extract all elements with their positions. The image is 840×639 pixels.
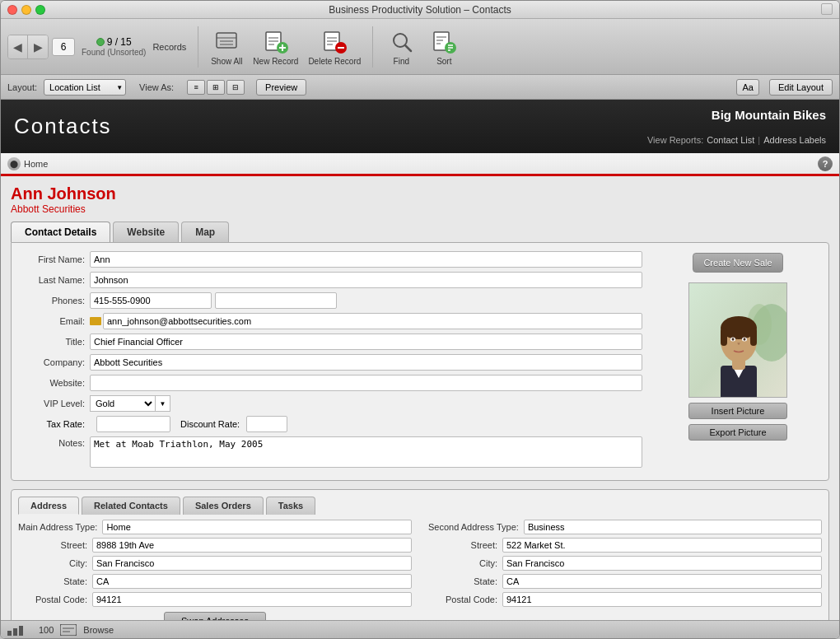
close-button[interactable] — [7, 5, 17, 15]
help-icon[interactable]: ? — [818, 156, 833, 171]
forward-button[interactable]: ▶ — [28, 35, 48, 58]
svg-rect-44 — [60, 624, 77, 636]
second-street-row: Street: — [428, 538, 822, 553]
tax-rate-input[interactable] — [96, 416, 170, 432]
main-city-input[interactable] — [92, 556, 412, 571]
sort-group[interactable]: Sort — [427, 27, 460, 66]
aa-button[interactable]: Aa — [736, 79, 758, 96]
record-area: Ann Johnson Abbott Securities Contact De… — [1, 176, 839, 620]
edit-layout-button[interactable]: Edit Layout — [769, 79, 833, 96]
address-section: Address Related Contacts Sales Orders Ta… — [11, 489, 829, 620]
home-icon: ⬤ — [7, 157, 21, 170]
vip-dropdown-btn[interactable]: ▼ — [156, 395, 170, 412]
phone-ext-input[interactable] — [215, 292, 337, 309]
main-city-label: City: — [18, 558, 92, 568]
main-type-input[interactable] — [102, 520, 412, 534]
tab-website[interactable]: Website — [113, 222, 179, 242]
title-input[interactable] — [90, 333, 642, 350]
layout-select[interactable]: Location List — [44, 79, 126, 96]
swap-addresses-button[interactable]: Swap Addresses — [164, 612, 266, 620]
email-input[interactable] — [103, 313, 642, 329]
first-name-input[interactable] — [90, 251, 642, 268]
new-record-group[interactable]: New Record — [253, 27, 298, 66]
tab-related-contacts[interactable]: Related Contacts — [82, 497, 180, 515]
main-postal-row: Postal Code: — [18, 592, 412, 607]
notes-textarea[interactable]: Met at Moab Triathlon, May 2005 — [90, 436, 642, 468]
first-name-row: First Name: — [20, 251, 642, 268]
new-record-icon — [259, 27, 292, 57]
record-number[interactable]: 6 — [52, 38, 75, 56]
find-label: Find — [394, 57, 409, 66]
records-label: Records — [152, 42, 186, 52]
second-type-input[interactable] — [524, 520, 822, 534]
home-label: Home — [24, 159, 48, 169]
address-labels-link[interactable]: Address Labels — [763, 135, 826, 145]
main-street-input[interactable] — [92, 538, 412, 553]
tab-contact-details[interactable]: Contact Details — [11, 222, 110, 242]
contact-tabs: Contact Details Website Map — [11, 222, 829, 242]
window-title: Business Productivity Solution – Contact… — [329, 4, 511, 16]
main-content: Contacts Big Mountain Bikes View Reports… — [1, 100, 839, 638]
second-city-input[interactable] — [502, 556, 822, 571]
view-form-button[interactable]: ≡ — [187, 80, 205, 95]
view-icons: ≡ ⊞ ⊟ — [187, 80, 245, 95]
svg-rect-41 — [7, 631, 12, 636]
main-street-label: Street: — [18, 540, 92, 550]
preview-button[interactable]: Preview — [256, 79, 306, 96]
minimize-button[interactable] — [21, 5, 31, 15]
main-address-col: Main Address Type: Street: City: St — [18, 520, 412, 620]
main-street-row: Street: — [18, 538, 412, 553]
vip-label: VIP Level: — [20, 399, 90, 408]
insert-picture-button[interactable]: Insert Picture — [688, 403, 787, 419]
svg-rect-0 — [217, 33, 236, 48]
second-street-input[interactable] — [502, 538, 822, 553]
email-icon[interactable] — [90, 317, 101, 325]
new-record-label: New Record — [253, 57, 298, 66]
last-name-row: Last Name: — [20, 272, 642, 288]
svg-rect-36 — [750, 328, 757, 346]
website-input[interactable] — [90, 375, 642, 391]
window-resize-icon[interactable] — [821, 3, 833, 15]
view-table-button[interactable]: ⊟ — [226, 80, 245, 95]
app-title: Contacts — [14, 114, 112, 139]
browse-mode: Browse — [83, 625, 114, 635]
company-input[interactable] — [90, 354, 642, 371]
delete-record-group[interactable]: Delete Record — [308, 27, 361, 66]
second-type-label: Second Address Type: — [428, 522, 524, 532]
phones-input[interactable] — [90, 292, 212, 309]
second-state-label: State: — [428, 576, 502, 586]
contact-name-section: Ann Johnson Abbott Securities — [11, 184, 829, 215]
second-postal-input[interactable] — [502, 592, 822, 607]
find-group[interactable]: Find — [385, 27, 418, 66]
tab-address[interactable]: Address — [18, 497, 79, 515]
contact-list-link[interactable]: Contact List — [707, 135, 754, 145]
main-postal-input[interactable] — [92, 592, 412, 607]
website-label: Website: — [20, 378, 90, 388]
export-picture-button[interactable]: Export Picture — [688, 424, 787, 441]
view-list-button[interactable]: ⊞ — [207, 80, 225, 95]
maximize-button[interactable] — [35, 5, 45, 15]
layout-bar: Layout: Location List ▼ View As: ≡ ⊞ ⊟ P… — [1, 75, 839, 100]
main-state-input[interactable] — [92, 574, 412, 589]
create-sale-button[interactable]: Create New Sale — [693, 253, 782, 273]
svg-point-40 — [744, 338, 746, 341]
home-nav[interactable]: ⬤ Home — [7, 157, 48, 170]
discount-rate-input[interactable] — [246, 416, 287, 432]
status-bar: 100 Browse — [1, 620, 839, 638]
second-postal-row: Postal Code: — [428, 592, 822, 607]
second-state-input[interactable] — [502, 574, 822, 589]
last-name-input[interactable] — [90, 272, 642, 288]
tab-sales-orders[interactable]: Sales Orders — [183, 497, 264, 515]
tab-tasks[interactable]: Tasks — [266, 497, 315, 515]
form-left: First Name: Last Name: Phones: — [20, 251, 642, 472]
tab-map[interactable]: Map — [181, 222, 229, 242]
first-name-label: First Name: — [20, 254, 90, 264]
show-all-group[interactable]: Show All — [210, 27, 243, 66]
found-indicator — [96, 38, 105, 46]
title-label: Title: — [20, 337, 90, 347]
vip-select[interactable]: Gold Silver Bronze — [90, 395, 156, 412]
back-button[interactable]: ◀ — [8, 35, 28, 58]
header-sep: | — [758, 135, 760, 145]
zoom-icon — [60, 624, 77, 636]
contact-company: Abbott Securities — [11, 203, 829, 215]
